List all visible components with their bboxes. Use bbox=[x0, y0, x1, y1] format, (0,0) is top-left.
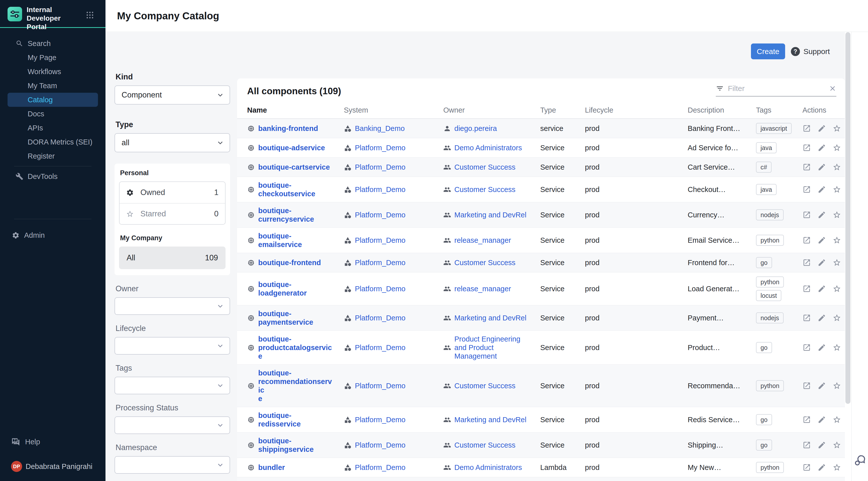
edit-icon[interactable] bbox=[817, 185, 826, 194]
view-icon[interactable] bbox=[802, 258, 811, 267]
component-name-link[interactable]: boutique- recommendationservic e bbox=[258, 369, 334, 403]
system-link[interactable]: Platform_Demo bbox=[355, 284, 405, 293]
view-icon[interactable] bbox=[802, 124, 811, 133]
sidebar-user[interactable]: DP Debabrata Panigrahi bbox=[7, 459, 98, 474]
support-chat-icon[interactable] bbox=[854, 454, 867, 467]
edit-icon[interactable] bbox=[817, 382, 826, 390]
sidebar-item-apis[interactable]: APIs bbox=[7, 121, 98, 135]
star-icon[interactable] bbox=[833, 211, 841, 219]
column-header-owner[interactable]: Owner bbox=[443, 106, 540, 114]
column-header-description[interactable]: Description bbox=[688, 106, 756, 114]
component-name-link[interactable]: bundler bbox=[258, 463, 285, 472]
column-header-type[interactable]: Type bbox=[540, 106, 585, 114]
view-icon[interactable] bbox=[802, 463, 811, 472]
owner-link[interactable]: release_manager bbox=[454, 284, 511, 293]
owner-link[interactable]: Customer Success bbox=[454, 382, 516, 390]
owner-link[interactable]: Demo Administrators bbox=[454, 463, 522, 472]
view-icon[interactable] bbox=[802, 185, 811, 194]
system-link[interactable]: Platform_Demo bbox=[355, 441, 405, 449]
component-name-link[interactable]: boutique- paymentservice bbox=[258, 309, 313, 326]
all-filter-row[interactable]: All 109 bbox=[119, 246, 225, 269]
edit-icon[interactable] bbox=[817, 343, 826, 352]
star-icon[interactable] bbox=[833, 382, 841, 390]
sidebar-item-search[interactable]: Search bbox=[7, 36, 98, 51]
system-link[interactable]: Platform_Demo bbox=[355, 144, 405, 152]
star-icon[interactable] bbox=[833, 124, 841, 133]
column-header-tags[interactable]: Tags bbox=[756, 106, 802, 114]
column-header-lifecycle[interactable]: Lifecycle bbox=[585, 106, 688, 114]
edit-icon[interactable] bbox=[817, 124, 826, 133]
owner-link[interactable]: diego.pereira bbox=[454, 124, 497, 133]
owner-link[interactable]: Demo Administrators bbox=[454, 144, 522, 152]
view-icon[interactable] bbox=[802, 415, 811, 424]
view-icon[interactable] bbox=[802, 211, 811, 219]
system-link[interactable]: Platform_Demo bbox=[355, 382, 405, 390]
system-link[interactable]: Platform_Demo bbox=[355, 415, 405, 424]
owner-link[interactable]: Customer Success bbox=[454, 441, 516, 449]
component-name-link[interactable]: boutique- currencyservice bbox=[258, 206, 314, 223]
edit-icon[interactable] bbox=[817, 258, 826, 267]
system-link[interactable]: Platform_Demo bbox=[355, 163, 405, 171]
system-link[interactable]: Platform_Demo bbox=[355, 258, 405, 267]
kind-select[interactable]: Component bbox=[115, 85, 230, 104]
edit-icon[interactable] bbox=[817, 313, 826, 322]
system-link[interactable]: Platform_Demo bbox=[355, 236, 405, 244]
starred-filter-row[interactable]: Starred 0 bbox=[120, 203, 225, 224]
star-icon[interactable] bbox=[833, 236, 841, 244]
sidebar-item-catalog[interactable]: Catalog bbox=[7, 93, 98, 107]
support-button[interactable]: Support bbox=[791, 43, 830, 59]
sidebar-item-dora-metrics-sei[interactable]: DORA Metrics (SEI) bbox=[7, 135, 98, 149]
star-icon[interactable] bbox=[833, 313, 841, 322]
create-button[interactable]: Create bbox=[751, 43, 785, 59]
edit-icon[interactable] bbox=[817, 236, 826, 244]
system-link[interactable]: Platform_Demo bbox=[355, 185, 405, 194]
sidebar-item-my-page[interactable]: My Page bbox=[7, 51, 98, 65]
sidebar-item-devtools[interactable]: DevTools bbox=[7, 170, 98, 183]
component-name-link[interactable]: boutique- shippingservice bbox=[258, 437, 314, 454]
view-icon[interactable] bbox=[802, 313, 811, 322]
star-icon[interactable] bbox=[833, 163, 841, 171]
processing-status-select[interactable] bbox=[115, 416, 230, 434]
lifecycle-select[interactable] bbox=[115, 337, 230, 355]
component-name-link[interactable]: boutique- loadgenerator bbox=[258, 280, 307, 297]
type-select[interactable]: all bbox=[115, 133, 230, 152]
view-icon[interactable] bbox=[802, 284, 811, 293]
view-icon[interactable] bbox=[802, 163, 811, 171]
edit-icon[interactable] bbox=[817, 284, 826, 293]
component-name-link[interactable]: boutique- checkoutservice bbox=[258, 181, 315, 198]
edit-icon[interactable] bbox=[817, 144, 826, 152]
star-icon[interactable] bbox=[833, 415, 841, 424]
scrollbar-thumb[interactable] bbox=[845, 32, 850, 404]
view-icon[interactable] bbox=[802, 441, 811, 449]
component-name-link[interactable]: boutique- productcatalogservice bbox=[258, 335, 334, 360]
sidebar-item-register[interactable]: Register bbox=[7, 149, 98, 163]
component-name-link[interactable]: boutique-redisservice bbox=[258, 411, 334, 428]
clear-filter-icon[interactable] bbox=[829, 85, 836, 92]
edit-icon[interactable] bbox=[817, 211, 826, 219]
edit-icon[interactable] bbox=[817, 415, 826, 424]
owner-link[interactable]: Marketing and DevRel bbox=[454, 313, 526, 322]
owner-link[interactable]: Marketing and DevRel bbox=[454, 415, 526, 424]
owner-link[interactable]: Customer Success bbox=[454, 185, 516, 194]
owner-link[interactable]: Product Engineering and Product Manageme… bbox=[454, 335, 520, 360]
component-name-link[interactable]: boutique-cartservice bbox=[258, 163, 330, 171]
system-link[interactable]: Banking_Demo bbox=[355, 124, 405, 133]
table-filter-input[interactable] bbox=[727, 84, 825, 93]
namespace-select[interactable] bbox=[115, 456, 230, 474]
component-name-link[interactable]: banking-frontend bbox=[258, 124, 318, 133]
star-icon[interactable] bbox=[833, 343, 841, 352]
sidebar-item-help[interactable]: Help bbox=[7, 435, 98, 449]
column-header-actions[interactable]: Actions bbox=[802, 106, 840, 114]
star-icon[interactable] bbox=[833, 463, 841, 472]
sidebar-item-workflows[interactable]: Workflows bbox=[7, 65, 98, 79]
star-icon[interactable] bbox=[833, 258, 841, 267]
view-icon[interactable] bbox=[802, 144, 811, 152]
edit-icon[interactable] bbox=[817, 163, 826, 171]
component-name-link[interactable]: boutique-emailservice bbox=[258, 232, 334, 249]
system-link[interactable]: Platform_Demo bbox=[355, 343, 405, 352]
view-icon[interactable] bbox=[802, 382, 811, 390]
system-link[interactable]: Platform_Demo bbox=[355, 463, 405, 472]
star-icon[interactable] bbox=[833, 284, 841, 293]
sidebar-item-my-team[interactable]: My Team bbox=[7, 79, 98, 93]
system-link[interactable]: Platform_Demo bbox=[355, 211, 405, 219]
